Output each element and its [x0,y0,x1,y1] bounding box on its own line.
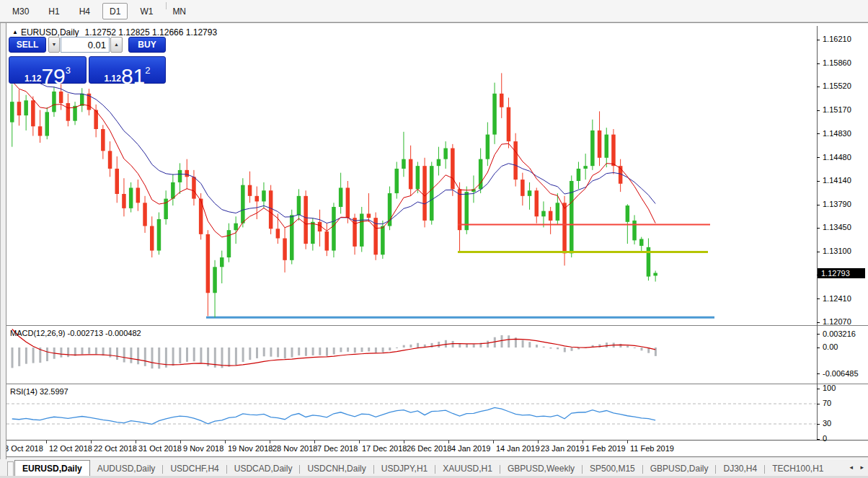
candle [269,190,273,229]
volume-input[interactable] [61,37,110,53]
date-axis-tick [136,441,136,443]
candle [486,135,490,159]
price-axis-tick [817,322,820,323]
chevron-down-icon: ▼ [52,42,57,47]
price-axis-tick [817,63,820,64]
candle [122,194,126,208]
timeframe-button-m30[interactable]: M30 [5,3,36,19]
tab-audusd-daily[interactable]: AUDUSD,Daily [90,461,163,477]
price-axis-label: 1.15860 [823,58,851,67]
date-axis-label: 23 Jan 2019 [541,444,585,453]
price-axis-label: 1.13790 [823,200,851,208]
candle [416,166,420,189]
candle [521,180,525,196]
tab-usdjpy-h1[interactable]: USDJPY,H1 [374,461,435,477]
tab-usdcad-daily[interactable]: USDCAD,Daily [227,461,300,477]
chart-window[interactable]: ▲EURUSD,Daily1.12752 1.12825 1.12666 1.1… [0,22,868,459]
candle [108,151,112,169]
date-axis-label: 14 Jan 2019 [496,444,540,453]
panel-separator [0,325,868,327]
timeframe-button-w1[interactable]: W1 [133,3,160,19]
date-axis-label: 22 Oct 2018 [94,444,137,453]
sell-button[interactable]: SELL [9,37,46,53]
price-axis-tick [817,252,820,252]
sell-price-pip: 3 [66,65,71,76]
tab-xauusd-h1[interactable]: XAUUSD,H1 [435,461,500,477]
date-axis-label: 3 Oct 2018 [4,444,43,453]
tab-gbpusd-daily[interactable]: GBPUSD,Daily [643,461,716,477]
date-axis-label: 17 Dec 2018 [362,444,407,453]
date-axis-tick [493,441,494,443]
candle [437,159,441,166]
date-axis-label: 7 Dec 2018 [317,444,358,453]
buy-price-main: 81 [121,64,145,88]
candle [31,100,35,126]
candle [507,107,511,141]
tab-tech100-h1[interactable]: TECH100,H1 [765,461,831,477]
candle [24,100,28,115]
price-axis-label: 1.13100 [823,247,851,255]
timeframe-button-h1[interactable]: H1 [41,3,66,19]
volume-decrease-button[interactable]: ▼ [48,37,60,53]
date-axis-label: 9 Nov 2018 [183,444,223,453]
candle [220,257,224,267]
candle [101,129,105,151]
timeframe-button-d1[interactable]: D1 [102,3,128,19]
tab-usdcnh-daily[interactable]: USDCNH,Daily [300,461,373,477]
tab-usdchf-h4[interactable]: USDCHF,H4 [163,461,226,477]
candle [283,239,287,260]
candle [535,190,539,216]
window-groove [0,456,868,459]
timeframe-button-h4[interactable]: H4 [72,3,97,19]
candle [213,267,217,293]
candle [500,94,504,107]
candle [115,169,120,194]
volume-increase-button[interactable]: ▲ [110,37,123,53]
macd-axis-label: -0.006485 [823,369,859,378]
rsi-axis-label: 70 [823,399,831,407]
date-axis-tick [627,441,628,443]
timeframe-toolbar: M30H1H4D1W1MN [0,0,868,22]
price-axis-label: 1.14140 [823,176,851,185]
date-axis-label: 19 Nov 2018 [228,444,273,453]
rsi-axis-label: 100 [823,384,836,392]
sell-price-base: 1.12 [25,74,41,84]
rsi-axis-label: 30 [823,419,831,428]
buy-price-box[interactable]: 1.12812 [89,56,166,84]
price-axis-tick [817,181,820,182]
candle [66,103,71,121]
tab-gbpusd-weekly[interactable]: GBPUSD,Weekly [500,461,582,477]
expand-triangle-icon[interactable]: ▲ [12,29,18,35]
tab-stub [7,461,14,477]
tab-dj30-h4[interactable]: DJ30,H4 [716,461,764,477]
candle [430,166,434,221]
tabs-scroll-right-button[interactable]: ▸ [860,464,864,471]
buy-button[interactable]: BUY [128,37,166,53]
price-axis-tick [817,133,820,134]
candle [381,226,385,255]
date-axis-label: 1 Feb 2019 [585,444,626,453]
candle [171,182,175,199]
date-axis-label: 31 Oct 2018 [138,444,182,453]
candle [73,106,77,121]
candle [185,170,190,177]
candle [80,94,84,106]
price-axis-tick [817,40,820,40]
candle [605,135,609,158]
candle [297,196,301,216]
tab-eurusd-daily[interactable]: EURUSD,Daily [14,460,90,477]
candle [541,211,546,217]
tab-sp500-m15[interactable]: SP500,M15 [583,461,642,477]
timeframe-button-mn[interactable]: MN [165,3,193,19]
sell-price-box[interactable]: 1.12793 [9,56,87,84]
candle [157,219,161,251]
date-axis-tick [314,441,315,443]
macd-axis-tick [817,373,820,374]
candle [402,159,406,169]
date-axis-label: 26 Dec 2018 [407,444,451,453]
tabs-scroll-left-button[interactable]: ◂ [849,464,853,471]
date-axis-tick [270,441,270,443]
candle [549,211,553,221]
price-axis: 1.162101.158601.155201.151701.148301.144… [817,23,868,457]
chart-title: ▲EURUSD,Daily1.12752 1.12825 1.12666 1.1… [12,27,217,37]
